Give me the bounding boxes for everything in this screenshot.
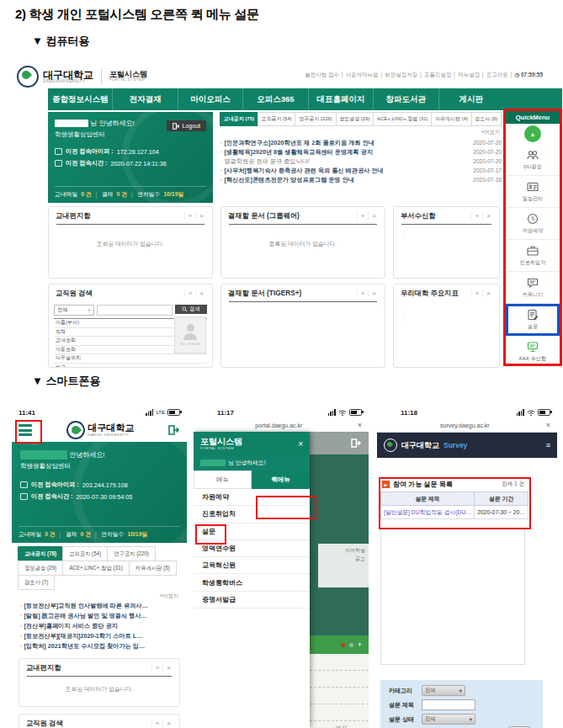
portlet-close-button[interactable]: × [195, 212, 207, 220]
notice-title[interactable]: 영광학원은 현재 분규 중입니다! [220, 157, 465, 166]
more-link[interactable]: +더보기 [222, 129, 500, 136]
drawer-menu-item[interactable]: 학생통학버스 [194, 574, 310, 591]
drawer-menu-item[interactable]: 교육혁신원 [194, 557, 310, 574]
nav-item[interactable]: 종합정보시스템 [48, 88, 112, 110]
close-icon[interactable]: × [546, 421, 550, 429]
approval-label[interactable]: 결재 [66, 530, 77, 539]
portlet-close-button[interactable]: × [195, 290, 207, 297]
more-link[interactable]: +더보기 [12, 590, 187, 601]
portlet-add-button[interactable]: + [151, 664, 163, 672]
background-sheet: 마감 정정 [310, 654, 369, 728]
notice-tab[interactable]: ACE+,LINC+,창업 (31) [373, 112, 432, 126]
notice-tab[interactable]: 교내공지 (75) [220, 112, 258, 126]
portlet-add-button[interactable]: + [471, 212, 483, 220]
portlet-close-button[interactable]: × [162, 720, 174, 727]
notice-tab[interactable]: 경조사 (7) [18, 575, 55, 590]
notice-title[interactable]: [혁신선도]콘텐츠전문가 양성프로그램 운영 안내 [220, 175, 465, 184]
page-title: 2) 학생 개인 포털시스템 오른쪽 퀵 메뉴 설문 [15, 7, 259, 23]
tab-menu[interactable]: 메뉴 [194, 470, 252, 489]
browser-url[interactable]: portal.daegu.ac.kr [200, 422, 358, 428]
utility-links-text[interactable]: 불편사항 접수 │ 사용자메뉴얼 │ 화면설정저장 │ 포틀릿설정 │ 메뉴설정… [305, 72, 513, 77]
notice-item[interactable]: [전산부]홈페이지 서비스 중단 공지 [12, 621, 187, 631]
nav-item[interactable]: 오피스365 [242, 88, 307, 110]
notice-tab[interactable]: 경조사 (6) [471, 112, 502, 126]
row-label: 직책 [54, 328, 96, 336]
portlet-close-button[interactable]: × [482, 212, 494, 220]
quickmenu-item-survey[interactable]: 설문 [506, 304, 560, 336]
notice-item[interactable]: [입학처] 2021학년도 수시모집 찾아가는 입… [12, 641, 187, 651]
portlet-close-button[interactable]: × [368, 290, 380, 297]
quickmenu-item-community[interactable]: 커뮤니티 [506, 272, 560, 304]
quickmenu-item-resource-reservation[interactable]: 자원예약 [506, 208, 560, 240]
logout-icon[interactable] [168, 425, 180, 435]
portlet-close-button[interactable]: × [368, 212, 380, 220]
mail-label[interactable]: 교내메일 [19, 530, 41, 539]
nav-item[interactable]: 대표홈페이지 [308, 88, 373, 110]
quickmenu-scroll-up-button[interactable]: ▲ [524, 125, 541, 142]
notice-tab[interactable]: 자유게시판 (5) [129, 561, 177, 576]
drawer-menu-item[interactable]: 증명서발급 [194, 592, 310, 608]
browser-url[interactable]: survey.daegu.ac.kr [384, 422, 546, 428]
quickmenu-item-career-center[interactable]: 진로취업처 [506, 240, 560, 272]
portlet-title: 교직원 검색 [26, 719, 151, 728]
notice-tab[interactable]: 연구공지 (226) [295, 112, 336, 126]
signal-icon [328, 409, 336, 416]
portlet-add-button[interactable]: + [151, 720, 163, 727]
close-icon[interactable]: × [358, 421, 362, 429]
notice-tab[interactable]: ACE+,LINC+,창업 (31) [62, 561, 130, 576]
portlet-title: 교직원 검색 [56, 289, 184, 298]
drawer-subtitle: PORTAL SYSTEM [200, 446, 242, 450]
notice-tab[interactable]: 교외공지 (54) [62, 546, 108, 561]
footer-divider: │ [94, 532, 98, 538]
hamburger-menu-icon[interactable]: ≡ [546, 441, 550, 449]
nav-item[interactable]: 게시판 [438, 88, 503, 110]
staff-search-button[interactable]: 검색 [175, 305, 207, 314]
notice-item[interactable]: [알림] 故고은애 권사님 발인 및 영결식 행사… [12, 611, 187, 621]
quickmenu-item-du-plaza[interactable]: DU광장 [506, 144, 560, 176]
notice-tab[interactable]: 정보광장 (29) [336, 112, 374, 126]
portlet-add-button[interactable]: + [471, 290, 483, 297]
quickmenu-item-fax-inbox[interactable]: FAX 수신함 [506, 336, 560, 366]
notice-item[interactable]: [정보전산부]교직원 인사발령에 따른 유의사… [12, 601, 187, 611]
notice-tab[interactable]: 자유게시판 (4) [431, 112, 471, 126]
survey-title-input[interactable] [422, 699, 475, 710]
nav-item[interactable]: 마이오피스 [178, 88, 242, 110]
portlet-university-indicators: 우리대학 주요지표 + × ··· [393, 284, 500, 368]
mail-label[interactable]: 교내메일 [55, 190, 77, 199]
status-bar: 11:17 [194, 407, 369, 418]
prev-time-label: 이전 접속시간 : [31, 492, 73, 501]
quickmenu-item-schedule[interactable]: 일정관리 [506, 176, 560, 208]
utility-links[interactable]: 불편사항 접수 │ 사용자메뉴얼 │ 화면설정저장 │ 포틀릿설정 │ 메뉴설정… [305, 72, 543, 79]
staff-search-input[interactable] [97, 305, 173, 316]
portlet-add-button[interactable]: + [357, 212, 369, 220]
staff-search-select[interactable]: 전체▼ [54, 305, 94, 316]
category-select[interactable]: 전체▾ [422, 685, 465, 696]
quickmenu-label: 커뮤니티 [523, 291, 544, 299]
portlet-divider [56, 224, 204, 225]
battery-icon [538, 409, 550, 417]
approval-label[interactable]: 결재 [102, 190, 114, 199]
portlet-close-button[interactable]: × [162, 664, 174, 672]
notice-tabs: 교내공지 (78)교외공지 (54)연구공지 (220)정보광장 (29)ACE… [12, 543, 187, 590]
notice-item[interactable]: [정보전산부][재공지]2020-1학기 스마트 L… [12, 631, 187, 641]
notice-tab[interactable]: 연구공지 (220) [107, 546, 156, 561]
portlet-close-button[interactable]: × [482, 290, 494, 297]
survey-document-icon [526, 308, 539, 321]
notice-tab[interactable]: 교외공지 (54) [258, 112, 296, 126]
nav-item[interactable]: 전자결재 [112, 88, 177, 110]
nav-item[interactable]: 창파도서관 [373, 88, 438, 110]
side-drawer: 포털시스템 PORTAL SYSTEM × 님 안녕하세요! 메뉴 퀵메뉴 자원… [194, 432, 310, 728]
notice-tab[interactable]: 교내공지 (78) [18, 546, 63, 561]
logout-button[interactable]: Logout [167, 120, 206, 131]
portlet-mailbox: 교내편지함 + × 조회된 데이터가 없습니다. [48, 206, 213, 279]
tab-quickmenu[interactable]: 퀵메뉴 [252, 470, 310, 489]
portlet-add-button[interactable]: + [184, 290, 196, 297]
notice-tab[interactable]: 정보광장 (29) [18, 561, 63, 576]
notice-title[interactable]: [인문과학연구소]2020학년도 제 2회 콜로키움 개최 안내 [220, 138, 465, 147]
notice-title[interactable]: [생활체육]2020년 8월 생활체육교육센터 운영계획 공지 [220, 147, 465, 157]
portlet-add-button[interactable]: + [357, 290, 369, 297]
survey-status-select[interactable]: 전체▾ [422, 714, 475, 725]
notice-title[interactable]: [사무처]행복기숙사 증축공사 관련 옥외 통신 배관공사 안내 [220, 166, 465, 175]
portlet-add-button[interactable]: + [184, 212, 196, 220]
close-icon[interactable]: × [298, 439, 303, 449]
